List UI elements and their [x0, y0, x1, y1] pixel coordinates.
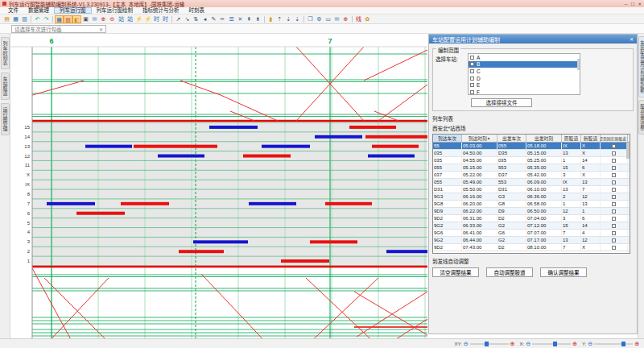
track-occupation-bar-blue[interactable]	[315, 135, 362, 139]
track-occupation-bar-red[interactable]	[325, 202, 372, 205]
station-checkbox[interactable]	[470, 56, 474, 60]
zoom-slider[interactable]	[532, 343, 571, 345]
panel-close-icon[interactable]: ✕	[630, 36, 634, 42]
mail-button[interactable]: ✉	[90, 15, 99, 23]
speed-down-button[interactable]: ⚡	[143, 15, 152, 23]
zoom-in-icon[interactable]: ⊕	[634, 341, 639, 347]
track-occupation-bar-red[interactable]	[281, 259, 329, 263]
train-row[interactable]: 05505.15.0055305.35.00156	[433, 164, 630, 172]
node-up-button[interactable]: ⇞	[245, 15, 254, 23]
train-table[interactable]: 到达车次到达时刻▲出发车次出发时刻原股道新股道是否固定原股道 5505.03.0…	[432, 134, 630, 254]
left-tab-1[interactable]: 列车时刻表	[1, 37, 10, 69]
line-dot-button[interactable]: ◂	[200, 15, 209, 23]
zoom-slider[interactable]	[594, 343, 633, 345]
minimize-button[interactable]: ─	[625, 2, 628, 6]
right-tab-2[interactable]: 股道运用调整	[638, 100, 644, 135]
fix-track-checkbox[interactable]	[612, 217, 616, 221]
menu-item-4[interactable]: 列车运行图绘制	[92, 7, 138, 14]
station-item-F[interactable]: F	[469, 89, 580, 95]
station-item-E[interactable]: E	[469, 81, 580, 89]
track-occupation-bar-blue[interactable]	[193, 240, 248, 243]
fix-track-checkbox[interactable]	[612, 188, 616, 192]
fix-track-checkbox[interactable]	[612, 202, 616, 206]
train-row[interactable]: 9G606.41.00G607.07.0074	[433, 230, 630, 237]
fix-track-checkbox[interactable]	[612, 180, 616, 184]
diagram-grid-button[interactable]: ▦	[55, 15, 64, 23]
track-occupation-bar-blue[interactable]	[368, 155, 415, 158]
fix-track-checkbox[interactable]	[612, 151, 616, 155]
station-checkbox[interactable]	[470, 83, 474, 87]
train-path-line[interactable]	[201, 274, 270, 338]
train-row[interactable]: 03504.50.00D3505.15.0013X	[433, 150, 630, 157]
monitor-button[interactable]: ▭	[324, 15, 332, 23]
table-scrollbar[interactable]	[626, 143, 630, 159]
node-down-button[interactable]: ⇟	[254, 15, 262, 23]
train-row[interactable]: D3105.50.00D3106.10.00137	[433, 186, 630, 193]
train-row[interactable]: 9D906.22.00D906.50.00121	[433, 208, 630, 215]
listbox-scrollbar[interactable]	[577, 59, 580, 70]
settings-gear-button[interactable]: ⚙	[315, 15, 324, 23]
zoom-slider-thumb[interactable]	[621, 342, 625, 346]
menu-item-3[interactable]: 列车运行图	[54, 7, 92, 14]
zoom-out-icon[interactable]: ⊖	[588, 341, 592, 347]
train-path-line[interactable]	[32, 268, 72, 338]
lock-button[interactable]: ▮	[266, 15, 275, 23]
print-button[interactable]: ▣	[81, 15, 90, 23]
station-listbox[interactable]: ABCDEF	[468, 53, 580, 95]
track-occupation-bar-red[interactable]	[243, 155, 291, 158]
fix-track-checkbox[interactable]	[612, 166, 616, 170]
track-occupation-bar-red[interactable]	[134, 145, 217, 148]
close-button[interactable]: ✕	[638, 2, 642, 6]
train-row[interactable]: 9G206.44.00G207.17.001312	[433, 237, 630, 244]
table-header-4[interactable]: 出发时刻	[526, 135, 562, 142]
header-checkbox[interactable]	[627, 136, 628, 140]
fix-track-checkbox[interactable]	[612, 144, 616, 148]
track-occupation-bar-red[interactable]	[349, 126, 396, 129]
diagram-edit-button[interactable]: ▧	[64, 15, 72, 23]
adjust-auto-button[interactable]: ⇣	[293, 15, 302, 23]
auto-adjust-track-button[interactable]: 自动调整股道	[486, 267, 533, 277]
train-path-line[interactable]	[378, 85, 427, 121]
confirm-adjust-result-button[interactable]: 确认调整结果	[540, 267, 587, 277]
table-header-6[interactable]: 新股道	[581, 135, 601, 142]
menu-item-5[interactable]: 指标统计与分析	[138, 7, 184, 14]
window-button[interactable]: ❒	[306, 15, 315, 23]
open-folder-button[interactable]: ▤	[2, 15, 11, 23]
station-checkbox[interactable]	[470, 62, 474, 66]
train-path-line[interactable]	[385, 319, 427, 338]
menu-item-6[interactable]: 时刻表	[184, 7, 210, 14]
table-header-1[interactable]: 到达车次	[433, 135, 462, 142]
track-occupation-bar-blue[interactable]	[47, 202, 95, 205]
train-filter-combobox[interactable]: 请选择车次进行勾画 ✕	[11, 25, 106, 33]
fix-track-checkbox[interactable]	[612, 231, 616, 235]
clear-filter-icon[interactable]: ✕	[99, 27, 103, 32]
station-item-A[interactable]: A	[469, 54, 580, 61]
station-item-C[interactable]: C	[469, 68, 580, 75]
left-tab-2[interactable]: 车站股道	[1, 72, 10, 100]
track-occupation-bar-red[interactable]	[121, 202, 169, 205]
search-button[interactable]: ⊕	[341, 15, 350, 23]
line-up-button[interactable]: ↗	[174, 15, 183, 23]
menu-item-2[interactable]: 数据管理	[23, 7, 54, 14]
train-row[interactable]: 5505.03.0005505.18.00IXX	[433, 143, 630, 150]
line-down-button[interactable]: ↘	[183, 15, 192, 23]
track-occupation-bar-blue[interactable]	[158, 155, 204, 158]
zoom-out-icon[interactable]: ⊖	[464, 341, 469, 347]
menu-item-1[interactable]: 文件	[3, 7, 23, 14]
station-track-button[interactable]: 站	[117, 15, 126, 23]
fix-track-checkbox[interactable]	[612, 159, 616, 163]
select-connection-file-button[interactable]: 选择接续文件	[471, 98, 532, 107]
left-tab-3[interactable]: 运行图管理	[1, 103, 10, 135]
track-occupation-bar-blue[interactable]	[386, 250, 427, 253]
zoom-in-icon[interactable]: ⊕	[510, 341, 515, 347]
train-row[interactable]: 9G306.16.00G306.36.00212	[433, 193, 630, 201]
fix-track-checkbox[interactable]	[612, 238, 616, 242]
track-occupation-bar-red[interactable]	[372, 145, 419, 148]
zoom-in-button[interactable]: ⊕	[99, 15, 108, 23]
zoom-out-button[interactable]: ⊖	[108, 15, 117, 23]
adjust-up-button[interactable]: ⇡	[275, 15, 284, 23]
train-path-line[interactable]	[230, 111, 254, 121]
station-checkbox[interactable]	[470, 77, 474, 81]
table-header-2[interactable]: 到达时刻▲	[462, 135, 497, 142]
lines-cross-button[interactable]: ✕	[236, 15, 245, 23]
